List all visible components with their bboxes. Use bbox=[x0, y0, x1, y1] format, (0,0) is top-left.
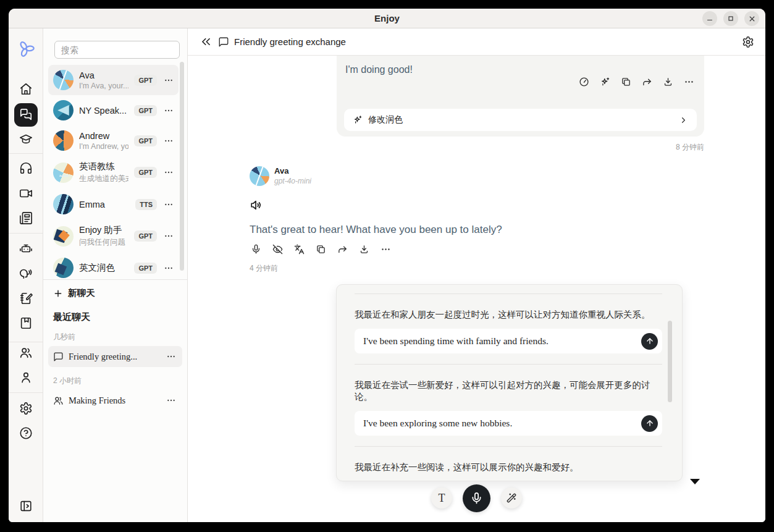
agent-more-button[interactable] bbox=[162, 198, 175, 211]
panel-toggle-icon bbox=[19, 499, 33, 513]
agent-more-button[interactable] bbox=[162, 104, 175, 117]
avatar bbox=[53, 130, 74, 151]
ai-suggestions-button[interactable] bbox=[501, 488, 522, 509]
copy-button[interactable] bbox=[620, 75, 633, 88]
suggestion-card[interactable]: I've been spending time with family and … bbox=[355, 329, 662, 353]
mic-icon bbox=[470, 492, 483, 505]
refine-button[interactable] bbox=[599, 75, 612, 88]
sidebar-item-vocabulary[interactable] bbox=[15, 316, 37, 331]
gear-icon bbox=[19, 402, 33, 415]
conversation-icon bbox=[218, 36, 229, 48]
maximize-button[interactable] bbox=[723, 11, 738, 26]
conversation-settings-button[interactable] bbox=[742, 36, 754, 48]
agent-subtitle: 问我任何问题 bbox=[79, 237, 128, 248]
hide-text-button[interactable] bbox=[271, 243, 284, 256]
agent-more-button[interactable] bbox=[162, 166, 175, 179]
maximize-icon bbox=[727, 15, 734, 22]
users-icon bbox=[19, 346, 33, 360]
sidebar-item-courses[interactable] bbox=[15, 132, 37, 146]
collapse-sidebar-button[interactable] bbox=[200, 36, 212, 48]
agent-item-andrew[interactable]: Andrew I'm Andrew, your... GPT bbox=[48, 125, 179, 156]
chat-list-scrollbar[interactable] bbox=[180, 62, 184, 271]
more-icon bbox=[164, 231, 174, 241]
more-button[interactable] bbox=[379, 243, 392, 256]
sidebar-item-help[interactable] bbox=[15, 426, 37, 441]
suggestion-chinese-hint: 我最近在和家人朋友一起度过时光，这样可以让对方知道你重视人际关系。 bbox=[355, 309, 662, 321]
search-input[interactable] bbox=[54, 41, 180, 59]
close-button[interactable] bbox=[744, 11, 759, 26]
sidebar-item-bots[interactable] bbox=[15, 241, 37, 256]
agent-name: 英文润色 bbox=[79, 262, 128, 274]
sidebar-item-notes[interactable] bbox=[15, 291, 37, 306]
recent-chat-more-button[interactable] bbox=[165, 350, 177, 363]
agent-name: 英语教练 bbox=[79, 161, 128, 172]
download-button[interactable] bbox=[662, 75, 675, 88]
recent-chat-friendly-greeting[interactable]: Friendly greeting... bbox=[48, 346, 182, 367]
avatar bbox=[53, 163, 74, 183]
minimize-button[interactable] bbox=[702, 11, 717, 26]
suggestion-group: 我最近在和家人朋友一起度过时光，这样可以让对方知道你重视人际关系。 I've b… bbox=[355, 293, 662, 364]
agent-more-button[interactable] bbox=[162, 230, 175, 242]
message-scroll-area[interactable]: I'm doing good! bbox=[188, 56, 765, 521]
sidebar-item-home[interactable] bbox=[15, 82, 37, 96]
mic-icon bbox=[251, 244, 261, 255]
sidebar-item-settings[interactable] bbox=[15, 401, 37, 416]
agent-item-ava[interactable]: Ava I'm Ava, your... GPT bbox=[48, 65, 179, 95]
agent-item-emma[interactable]: Emma TTS bbox=[48, 189, 179, 219]
agent-subtitle: I'm Ava, your... bbox=[79, 82, 128, 90]
agent-name: Emma bbox=[79, 200, 130, 209]
agent-name: Enjoy 助手 bbox=[79, 224, 128, 236]
minimize-icon bbox=[706, 15, 713, 22]
record-voice-button[interactable] bbox=[463, 484, 490, 512]
search-row bbox=[43, 28, 187, 64]
new-chat-button[interactable]: 新聊天 bbox=[53, 286, 95, 300]
sidebar-item-news[interactable] bbox=[15, 211, 37, 226]
agent-item-english-polish[interactable]: 英文润色 GPT bbox=[48, 253, 179, 283]
send-suggestion-button[interactable] bbox=[641, 415, 658, 432]
refine-polish-button[interactable]: 修改润色 bbox=[344, 109, 697, 131]
engine-badge: GPT bbox=[134, 230, 157, 242]
sidebar-item-videos[interactable] bbox=[15, 186, 37, 201]
suggestions-scrollbar[interactable] bbox=[668, 321, 672, 402]
arrow-up-icon bbox=[646, 337, 654, 345]
engine-badge: GPT bbox=[134, 167, 157, 178]
sidebar-item-pronunciation[interactable] bbox=[15, 266, 37, 281]
agent-more-button[interactable] bbox=[162, 74, 175, 87]
sidebar-item-community[interactable] bbox=[15, 345, 37, 360]
send-suggestion-button[interactable] bbox=[641, 333, 658, 350]
notebook-pen-icon bbox=[19, 292, 33, 305]
text-input-mode-button[interactable]: T bbox=[431, 488, 452, 509]
agent-item-english-coach[interactable]: 英语教练 生成地道的美式英... GPT bbox=[48, 156, 179, 189]
sidebar-item-audios[interactable] bbox=[15, 161, 37, 175]
agent-name: Andrew bbox=[79, 131, 128, 141]
translate-button[interactable] bbox=[293, 243, 306, 256]
agent-item-enjoy-assistant[interactable]: Enjoy 助手 问我任何问题 GPT bbox=[48, 219, 179, 253]
message-square-icon bbox=[53, 352, 64, 362]
copy-icon bbox=[316, 244, 326, 255]
record-reply-button[interactable] bbox=[250, 243, 263, 256]
sidebar-item-chats[interactable] bbox=[14, 103, 38, 127]
copy-button[interactable] bbox=[314, 243, 327, 256]
forward-button[interactable] bbox=[641, 75, 654, 88]
suggestion-card[interactable]: I've been exploring some new hobbies. bbox=[355, 411, 662, 436]
agent-text: 英语教练 生成地道的美式英... bbox=[79, 161, 128, 184]
sidebar-collapse-toggle[interactable] bbox=[15, 499, 37, 513]
sidebar-item-profile[interactable] bbox=[15, 370, 37, 385]
text-mode-label: T bbox=[439, 492, 445, 505]
recent-chat-making-friends[interactable]: Making Friends bbox=[48, 390, 182, 411]
rail-divider bbox=[9, 392, 43, 393]
app-body: Ava I'm Ava, your... GPT NY Speak... GPT bbox=[9, 28, 765, 522]
play-audio-button[interactable] bbox=[250, 198, 263, 212]
more-button[interactable] bbox=[683, 75, 696, 88]
more-icon bbox=[166, 352, 176, 361]
recent-chat-more-button[interactable] bbox=[165, 394, 177, 407]
double-chevron-left-icon bbox=[200, 36, 212, 48]
agent-item-ny-speak[interactable]: NY Speak... GPT bbox=[48, 95, 179, 125]
agent-more-button[interactable] bbox=[162, 262, 175, 274]
download-icon bbox=[359, 244, 369, 255]
assess-pronunciation-button[interactable] bbox=[578, 75, 591, 88]
robot-icon bbox=[19, 242, 33, 255]
forward-button[interactable] bbox=[336, 243, 349, 256]
agent-more-button[interactable] bbox=[162, 135, 175, 147]
download-button[interactable] bbox=[358, 243, 371, 256]
